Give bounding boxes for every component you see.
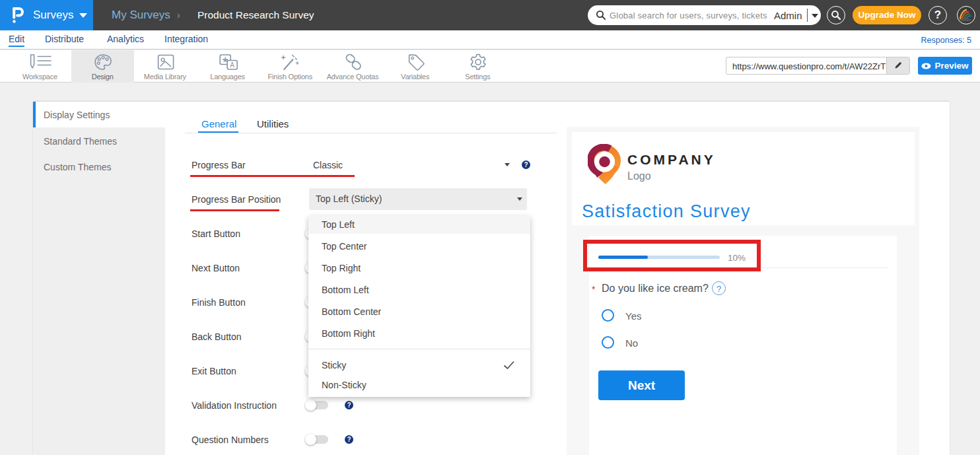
svg-text:A: A	[230, 61, 234, 69]
